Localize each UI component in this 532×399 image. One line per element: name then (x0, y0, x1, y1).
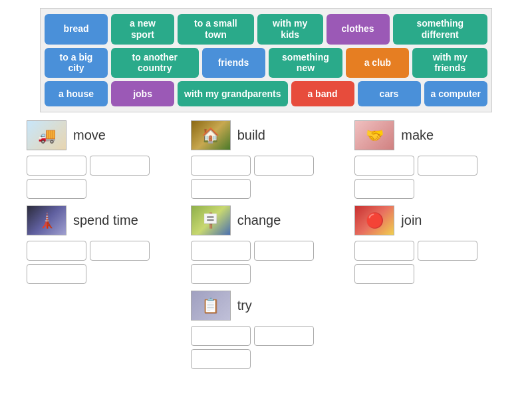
slot-row (191, 241, 314, 261)
tag-item[interactable]: clothes (327, 14, 390, 45)
verb-header-build: 🏠build (191, 120, 265, 150)
verb-image-spend-time: 🗼 (27, 205, 66, 235)
tag-item[interactable]: with my grandparents (178, 81, 287, 106)
slot-row (27, 241, 150, 261)
verb-icon-make: 🤝 (366, 128, 384, 143)
slot-grid-join (354, 241, 477, 284)
drop-slot[interactable] (191, 264, 251, 284)
verb-header-change: 🪧change (191, 205, 281, 235)
drop-slot[interactable] (90, 156, 150, 176)
tag-item[interactable]: a band (291, 81, 354, 106)
verb-section-change: 🪧change (184, 205, 348, 284)
verb-icon-join: 🔴 (366, 213, 384, 228)
drop-slot[interactable] (354, 264, 414, 284)
verb-image-change: 🪧 (191, 205, 231, 235)
verb-header-move: 🚚move (27, 120, 106, 150)
slot-row (191, 349, 314, 369)
slot-row (354, 241, 477, 261)
drop-slot[interactable] (90, 241, 150, 261)
tags-row-1: breada new sportto a small townwith my k… (45, 14, 487, 45)
verb-label-move: move (73, 128, 106, 143)
tag-item[interactable]: with my friends (412, 48, 487, 78)
verb-section-try: 📋try (184, 291, 348, 369)
slot-grid-try (191, 326, 314, 369)
verb-label-join: join (401, 213, 422, 228)
drop-slot[interactable] (191, 349, 251, 369)
drop-slot[interactable] (191, 241, 251, 261)
tag-item[interactable]: a new sport (111, 14, 174, 45)
tag-item[interactable]: something different (393, 14, 487, 45)
verb-label-change: change (237, 213, 281, 228)
verb-image-build: 🏠 (191, 120, 231, 150)
verb-header-make: 🤝make (354, 120, 434, 150)
drop-slot[interactable] (27, 241, 86, 261)
drop-slot[interactable] (27, 156, 86, 176)
verb-label-try: try (237, 298, 252, 313)
verb-section-build: 🏠build (184, 120, 348, 199)
drop-slot[interactable] (354, 241, 414, 261)
slot-row (27, 179, 150, 199)
tag-item[interactable]: bread (45, 14, 108, 45)
verb-section-join: 🔴join (348, 205, 512, 284)
slot-grid-spend-time (27, 241, 150, 284)
verb-section-make: 🤝make (348, 120, 512, 199)
slot-row (354, 264, 477, 284)
verb-image-try: 📋 (191, 291, 231, 321)
slot-grid-change (191, 241, 314, 284)
slot-row (191, 179, 314, 199)
tag-item[interactable]: to another country (111, 48, 199, 78)
drop-slot[interactable] (27, 264, 86, 284)
drop-slot[interactable] (191, 326, 251, 346)
verb-icon-move: 🚚 (38, 128, 56, 143)
drop-slot[interactable] (254, 156, 314, 176)
tag-item[interactable]: with my kids (257, 14, 323, 45)
tag-item[interactable]: a computer (424, 81, 487, 106)
verb-section-move: 🚚move (20, 120, 184, 199)
drop-slot[interactable] (354, 156, 414, 176)
slot-row (27, 156, 150, 176)
drop-slot[interactable] (191, 156, 251, 176)
tag-item[interactable]: cars (358, 81, 421, 106)
tag-item[interactable]: friends (202, 48, 265, 78)
slot-grid-build (191, 156, 314, 199)
verb-header-spend-time: 🗼spend time (27, 205, 138, 235)
slot-row (27, 264, 150, 284)
tag-item[interactable]: something new (269, 48, 343, 78)
drop-slot[interactable] (27, 179, 86, 199)
drop-slot[interactable] (254, 326, 314, 346)
tags-row-3: a housejobswith my grandparentsa bandcar… (45, 81, 487, 106)
slot-row (191, 264, 314, 284)
verb-image-move: 🚚 (27, 120, 66, 150)
tag-item[interactable]: a house (45, 81, 108, 106)
verb-icon-try: 📋 (201, 299, 219, 313)
drop-slot[interactable] (254, 241, 314, 261)
verb-label-make: make (401, 128, 434, 143)
verb-image-join: 🔴 (354, 205, 394, 235)
main-content: 🚚move🏠build🤝make🗼spend time🪧change🔴join📋… (0, 120, 532, 369)
verb-header-join: 🔴join (354, 205, 422, 235)
slot-row (354, 156, 477, 176)
verb-icon-spend-time: 🗼 (38, 213, 56, 228)
drop-slot[interactable] (418, 241, 477, 261)
verb-header-try: 📋try (191, 291, 252, 321)
slot-grid-move (27, 156, 150, 199)
drop-slot[interactable] (191, 179, 251, 199)
slot-row (191, 156, 314, 176)
slot-grid-make (354, 156, 477, 199)
drop-slot[interactable] (418, 156, 477, 176)
slot-row (354, 179, 477, 199)
drop-slot[interactable] (354, 179, 414, 199)
tags-area: breada new sportto a small townwith my k… (40, 8, 492, 112)
verb-section-spend-time: 🗼spend time (20, 205, 184, 284)
verb-icon-change: 🪧 (201, 213, 219, 228)
tag-item[interactable]: to a small town (178, 14, 254, 45)
tags-row-2: to a big cityto another countryfriendsso… (45, 48, 487, 78)
tag-item[interactable]: a club (346, 48, 409, 78)
tag-item[interactable]: to a big city (45, 48, 108, 78)
slot-row (191, 326, 314, 346)
tag-item[interactable]: jobs (111, 81, 174, 106)
verb-image-make: 🤝 (354, 120, 394, 150)
verb-label-build: build (237, 128, 265, 143)
empty-col (20, 291, 184, 369)
verb-label-spend-time: spend time (73, 213, 138, 228)
